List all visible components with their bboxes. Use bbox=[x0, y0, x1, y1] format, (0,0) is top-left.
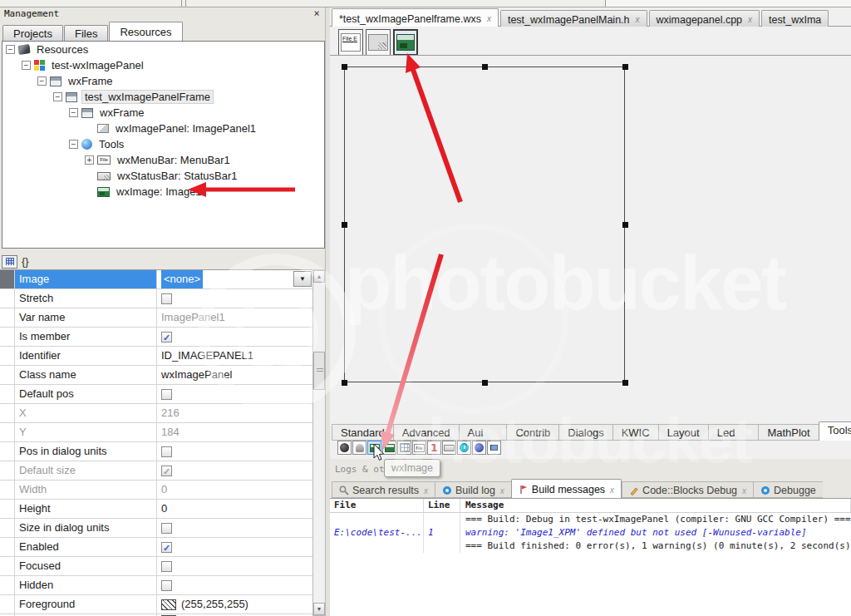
resize-handle[interactable] bbox=[622, 222, 628, 228]
property-row-foreground[interactable]: Foreground (255,255,255) bbox=[0, 595, 312, 614]
property-row-focused[interactable]: Focused bbox=[0, 557, 312, 576]
tree-item-wxframe-group[interactable]: − wxFrame bbox=[2, 73, 324, 89]
tab-main-h[interactable]: test_wxImagePanelMain.h x bbox=[500, 10, 647, 27]
height-value[interactable]: 0 bbox=[161, 500, 167, 518]
red-one-icon[interactable]: 1 bbox=[427, 441, 441, 455]
property-row-stretch[interactable]: Stretch bbox=[0, 289, 312, 308]
resize-handle[interactable] bbox=[342, 380, 347, 386]
events-brackets[interactable]: {} bbox=[22, 255, 29, 268]
property-row-varname[interactable]: Var name ImagePanel1 bbox=[0, 308, 312, 328]
close-icon[interactable]: x bbox=[424, 486, 428, 495]
table-row[interactable]: === Build finished: 0 error(s), 1 warnin… bbox=[330, 540, 851, 553]
collapse-icon[interactable]: − bbox=[22, 61, 31, 70]
tab-wximagepanel-cpp[interactable]: wximagepanel.cpp x bbox=[649, 10, 760, 27]
sizedialogunits-checkbox[interactable] bbox=[161, 523, 172, 534]
tab-debugger[interactable]: Debugge bbox=[753, 481, 823, 498]
y-value[interactable]: 184 bbox=[161, 423, 180, 441]
property-row-defaultsize[interactable]: Default size ✓ bbox=[0, 461, 312, 480]
collapse-icon[interactable]: − bbox=[69, 108, 78, 117]
classname-value[interactable]: wxImagePanel bbox=[161, 366, 232, 384]
grid-icon[interactable] bbox=[397, 441, 411, 455]
tree-item-wximage[interactable]: wxImage: Image1 bbox=[2, 184, 324, 200]
property-row-enabled[interactable]: Enabled ✓ bbox=[0, 538, 312, 557]
palette-tab-layout[interactable]: Layout bbox=[658, 424, 708, 441]
tab-resources[interactable]: Resources bbox=[109, 22, 182, 41]
wximage-tool-button[interactable] bbox=[393, 29, 418, 56]
palette-tab-aui[interactable]: Aui bbox=[459, 424, 507, 441]
tab-projects[interactable]: Projects bbox=[2, 25, 63, 41]
collapse-icon[interactable]: − bbox=[53, 92, 62, 101]
tree-item-frame-resource[interactable]: − test_wxImagePanelFrame bbox=[2, 89, 324, 105]
collapse-icon[interactable]: − bbox=[37, 76, 47, 86]
tab-build-messages[interactable]: Build messages x bbox=[511, 479, 622, 498]
property-grid-scrollbar[interactable]: ▲ ▼ bbox=[312, 269, 326, 616]
close-icon[interactable]: × bbox=[312, 7, 322, 19]
width-value[interactable]: 0 bbox=[161, 480, 167, 499]
property-row-height[interactable]: Height 0 bbox=[0, 500, 312, 519]
scroll-down-icon[interactable]: ▼ bbox=[313, 603, 325, 615]
tree-item-menubar[interactable]: + File wxMenuBar: MenuBar1 bbox=[2, 152, 324, 168]
resize-handle[interactable] bbox=[482, 64, 488, 70]
foreground-value[interactable]: (255,255,255) bbox=[181, 595, 248, 614]
resize-handle[interactable] bbox=[482, 380, 488, 386]
palette-tab-tools[interactable]: Tools bbox=[819, 421, 851, 441]
enabled-checkbox[interactable]: ✓ bbox=[161, 542, 172, 553]
property-row-x[interactable]: X 216 bbox=[0, 404, 312, 423]
tree-item-resources[interactable]: − Resources bbox=[2, 42, 324, 57]
property-row-defaultpos[interactable]: Default pos bbox=[0, 385, 312, 404]
palette-tab-led[interactable]: Led bbox=[708, 424, 759, 441]
property-row-classname[interactable]: Class name wxImagePanel bbox=[0, 366, 312, 385]
phone-icon[interactable] bbox=[337, 441, 352, 455]
resize-handle[interactable] bbox=[622, 380, 628, 386]
scroll-up-icon[interactable]: ▲ bbox=[313, 270, 325, 283]
property-row-image[interactable]: Image <none> ▼ bbox=[0, 270, 312, 289]
tab-truncated[interactable]: test_wxIma bbox=[761, 10, 829, 27]
defaultpos-checkbox[interactable] bbox=[161, 389, 172, 400]
statusbar-tool-button[interactable] bbox=[366, 29, 391, 56]
close-icon[interactable]: x bbox=[742, 486, 746, 495]
collapse-icon[interactable]: − bbox=[6, 45, 15, 54]
statusbar-icon[interactable] bbox=[442, 441, 456, 455]
property-row-ismember[interactable]: Is member ✓ bbox=[0, 328, 312, 347]
close-icon[interactable]: x bbox=[500, 486, 504, 495]
clock-blue-icon[interactable] bbox=[472, 441, 486, 455]
ismember-checkbox[interactable]: ✓ bbox=[161, 332, 172, 342]
palette-tab-contrib[interactable]: Contrib bbox=[506, 424, 558, 441]
tree-item-imagepanel[interactable]: wxImagePanel: ImagePanel1 bbox=[2, 121, 324, 136]
tab-search-results[interactable]: Search results x bbox=[332, 481, 435, 498]
frame-design-canvas[interactable] bbox=[344, 67, 625, 382]
property-grid-icon[interactable] bbox=[2, 255, 17, 269]
joystick-icon[interactable] bbox=[352, 441, 366, 455]
hidden-checkbox[interactable] bbox=[161, 580, 172, 591]
posdialogunits-checkbox[interactable] bbox=[161, 446, 172, 457]
varname-value[interactable]: ImagePanel1 bbox=[161, 308, 225, 327]
palette-tab-dialogs[interactable]: Dialogs bbox=[558, 424, 612, 441]
table-row[interactable]: E:\code\test-... 1 warning: 'Image1_XPM'… bbox=[330, 526, 851, 540]
menu-file-icon[interactable]: File bbox=[412, 441, 426, 455]
clock-cyan-icon[interactable] bbox=[457, 441, 471, 455]
wximagelist-icon[interactable] bbox=[382, 441, 396, 455]
defaultsize-checkbox[interactable]: ✓ bbox=[161, 466, 172, 476]
property-row-sizedialogunits[interactable]: Size in dialog units bbox=[0, 519, 312, 538]
resize-handle[interactable] bbox=[342, 222, 347, 228]
scrollbar-thumb[interactable] bbox=[313, 352, 325, 390]
x-value[interactable]: 216 bbox=[161, 404, 180, 422]
tab-build-log[interactable]: Build log x bbox=[435, 481, 511, 498]
tab-files[interactable]: Files bbox=[64, 25, 108, 41]
table-row[interactable]: === Build: Debug in test-wxImagePanel (c… bbox=[330, 513, 851, 526]
menubar-tool-button[interactable]: File E bbox=[338, 29, 363, 56]
tab-wxs-designer[interactable]: *test_wxImagePanelframe.wxs x bbox=[332, 8, 499, 27]
led-icon[interactable] bbox=[487, 441, 501, 455]
chevron-down-icon[interactable]: ▼ bbox=[293, 271, 312, 287]
wximage-icon[interactable] bbox=[367, 441, 381, 455]
tree-item-statusbar[interactable]: wxStatusBar: StatusBar1 bbox=[2, 168, 324, 184]
close-icon[interactable]: x bbox=[610, 485, 614, 495]
identifier-value[interactable]: ID_IMAGEPANEL1 bbox=[161, 347, 253, 365]
close-icon[interactable]: x bbox=[636, 15, 640, 24]
property-row-hidden[interactable]: Hidden bbox=[0, 576, 312, 595]
foreground-swatch[interactable] bbox=[161, 599, 176, 610]
image-value[interactable]: <none> bbox=[161, 270, 203, 288]
palette-tab-kwic[interactable]: KWIC bbox=[612, 424, 658, 441]
property-row-y[interactable]: Y 184 bbox=[0, 423, 312, 442]
resize-handle[interactable] bbox=[342, 64, 347, 70]
